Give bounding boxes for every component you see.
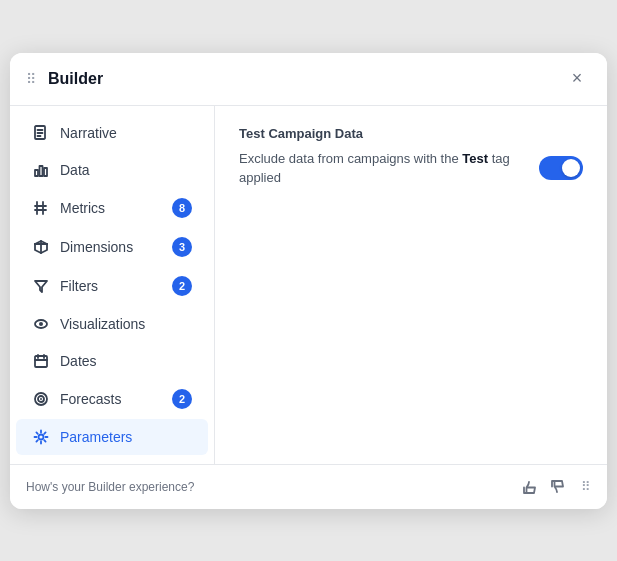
svg-marker-13 xyxy=(35,281,47,292)
close-button[interactable]: × xyxy=(563,65,591,93)
svg-rect-6 xyxy=(44,168,47,176)
main-content: Test Campaign Data Exclude data from cam… xyxy=(215,106,607,464)
builder-window: ⠿ Builder × Narrative Data xyxy=(10,53,607,509)
document-icon xyxy=(32,124,50,142)
body: Narrative Data Metrics 8 xyxy=(10,106,607,464)
svg-point-23 xyxy=(39,434,44,439)
sidebar: Narrative Data Metrics 8 xyxy=(10,106,215,464)
cube-icon xyxy=(32,238,50,256)
sidebar-item-label: Filters xyxy=(60,278,172,294)
metrics-badge: 8 xyxy=(172,198,192,218)
filters-badge: 2 xyxy=(172,276,192,296)
drag-handle-icon[interactable]: ⠿ xyxy=(26,71,36,87)
svg-rect-5 xyxy=(40,166,43,176)
dimensions-badge: 3 xyxy=(172,237,192,257)
sidebar-item-parameters[interactable]: Parameters xyxy=(16,419,208,455)
sidebar-item-metrics[interactable]: Metrics 8 xyxy=(16,189,208,227)
feedback-text: How's your Builder experience? xyxy=(26,480,517,494)
sidebar-item-label: Forecasts xyxy=(60,391,172,407)
svg-point-15 xyxy=(39,322,43,326)
test-campaign-toggle[interactable] xyxy=(539,156,583,180)
window-title: Builder xyxy=(48,70,563,88)
sidebar-item-filters[interactable]: Filters 2 xyxy=(16,267,208,305)
sidebar-item-label: Visualizations xyxy=(60,316,192,332)
toggle-row: Exclude data from campaigns with the Tes… xyxy=(239,149,583,188)
sidebar-item-label: Dimensions xyxy=(60,239,172,255)
sidebar-item-dates[interactable]: Dates xyxy=(16,343,208,379)
sidebar-item-dimensions[interactable]: Dimensions 3 xyxy=(16,228,208,266)
filter-icon xyxy=(32,277,50,295)
toggle-thumb xyxy=(562,159,580,177)
title-bar: ⠿ Builder × xyxy=(10,53,607,106)
toggle-track[interactable] xyxy=(539,156,583,180)
bar-chart-icon xyxy=(32,161,50,179)
forecasts-badge: 2 xyxy=(172,389,192,409)
sidebar-item-forecasts[interactable]: Forecasts 2 xyxy=(16,380,208,418)
hash-icon xyxy=(32,199,50,217)
eye-icon xyxy=(32,315,50,333)
target-icon xyxy=(32,390,50,408)
svg-point-22 xyxy=(40,398,42,400)
footer: How's your Builder experience? ⠿ xyxy=(10,464,607,509)
sidebar-item-narrative[interactable]: Narrative xyxy=(16,115,208,151)
sidebar-item-label: Narrative xyxy=(60,125,192,141)
thumbs-up-button[interactable] xyxy=(517,475,541,499)
section-title: Test Campaign Data xyxy=(239,126,583,141)
sidebar-item-label: Dates xyxy=(60,353,192,369)
thumbs-down-button[interactable] xyxy=(545,475,569,499)
svg-rect-4 xyxy=(35,170,38,176)
calendar-icon xyxy=(32,352,50,370)
resize-handle-icon: ⠿ xyxy=(581,479,591,494)
sidebar-item-label: Parameters xyxy=(60,429,192,445)
sidebar-item-data[interactable]: Data xyxy=(16,152,208,188)
sidebar-item-label: Metrics xyxy=(60,200,172,216)
sidebar-item-label: Data xyxy=(60,162,192,178)
sidebar-item-visualizations[interactable]: Visualizations xyxy=(16,306,208,342)
toggle-label: Exclude data from campaigns with the Tes… xyxy=(239,149,539,188)
svg-rect-16 xyxy=(35,356,47,367)
gear-icon xyxy=(32,428,50,446)
